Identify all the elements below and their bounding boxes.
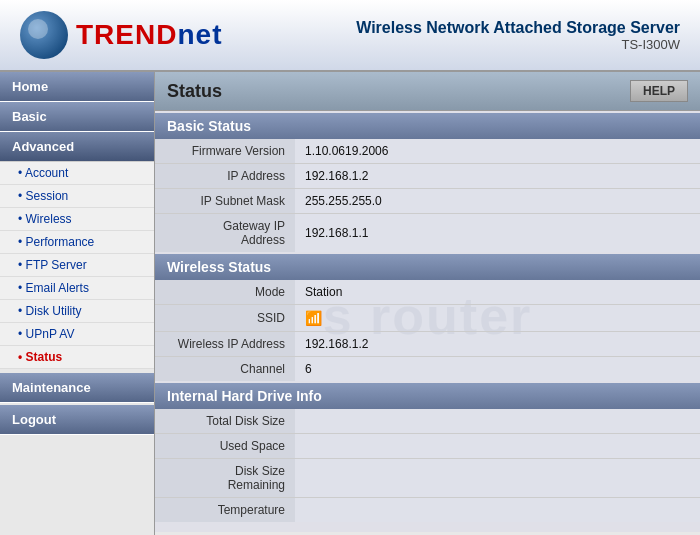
sidebar-item-email-alerts[interactable]: Email Alerts	[0, 277, 154, 300]
label-ip: IP Address	[155, 164, 295, 189]
value-total-disk	[295, 409, 700, 434]
label-disk-remaining: Disk SizeRemaining	[155, 459, 295, 498]
label-gateway: Gateway IPAddress	[155, 214, 295, 253]
label-wireless-ip: Wireless IP Address	[155, 332, 295, 357]
table-row: Wireless IP Address 192.168.1.2	[155, 332, 700, 357]
sidebar-item-status[interactable]: Status	[0, 346, 154, 369]
label-firmware: Firmware Version	[155, 139, 295, 164]
sidebar-item-session[interactable]: Session	[0, 185, 154, 208]
table-row: SSID 📶	[155, 305, 700, 332]
wifi-icon: 📶	[305, 310, 322, 326]
sidebar-item-ftp-server[interactable]: FTP Server	[0, 254, 154, 277]
value-ip: 192.168.1.2	[295, 164, 700, 189]
value-mode: Station	[295, 280, 700, 305]
section-hdd-info: Internal Hard Drive Info	[155, 383, 700, 409]
sidebar-item-disk-utility[interactable]: Disk Utility	[0, 300, 154, 323]
nav-logout[interactable]: Logout	[0, 405, 154, 435]
sidebar-item-account[interactable]: Account	[0, 162, 154, 185]
sidebar-item-performance[interactable]: Performance	[0, 231, 154, 254]
sidebar-item-wireless[interactable]: Wireless	[0, 208, 154, 231]
help-button[interactable]: HELP	[630, 80, 688, 102]
header-title-block: Wireless Network Attached Storage Server…	[356, 19, 680, 52]
table-row: Total Disk Size	[155, 409, 700, 434]
table-row: Channel 6	[155, 357, 700, 382]
label-ssid: SSID	[155, 305, 295, 332]
page-header: TRENDnet Wireless Network Attached Stora…	[0, 0, 700, 72]
table-row: Disk SizeRemaining	[155, 459, 700, 498]
main-layout: Home Basic Advanced Account Session Wire…	[0, 72, 700, 535]
table-row: Gateway IPAddress 192.168.1.1	[155, 214, 700, 253]
nav-maintenance[interactable]: Maintenance	[0, 373, 154, 403]
hdd-info-table: Total Disk Size Used Space Disk SizeRema…	[155, 409, 700, 522]
content-area: Status HELP s router Basic Status Firmwa…	[155, 72, 700, 535]
table-row: IP Subnet Mask 255.255.255.0	[155, 189, 700, 214]
label-used-space: Used Space	[155, 434, 295, 459]
table-row: IP Address 192.168.1.2	[155, 164, 700, 189]
value-used-space	[295, 434, 700, 459]
sidebar-item-upnp-av[interactable]: UPnP AV	[0, 323, 154, 346]
table-row: Temperature	[155, 498, 700, 523]
value-ssid: 📶	[295, 305, 700, 332]
label-temperature: Temperature	[155, 498, 295, 523]
content-body: s router Basic Status Firmware Version 1…	[155, 111, 700, 532]
table-row: Used Space	[155, 434, 700, 459]
logo-text: TRENDnet	[76, 19, 222, 51]
section-wireless-status: Wireless Status	[155, 254, 700, 280]
label-channel: Channel	[155, 357, 295, 382]
nav-basic[interactable]: Basic	[0, 102, 154, 132]
value-channel: 6	[295, 357, 700, 382]
logo-trend: TREND	[76, 19, 177, 50]
sidebar: Home Basic Advanced Account Session Wire…	[0, 72, 155, 535]
device-model: TS-I300W	[356, 37, 680, 52]
value-disk-remaining	[295, 459, 700, 498]
table-row: Firmware Version 1.10.0619.2006	[155, 139, 700, 164]
wireless-status-table: Mode Station SSID 📶 Wireless IP Address …	[155, 280, 700, 381]
value-temperature	[295, 498, 700, 523]
value-wireless-ip: 192.168.1.2	[295, 332, 700, 357]
content-header: Status HELP	[155, 72, 700, 111]
table-row: Mode Station	[155, 280, 700, 305]
value-subnet: 255.255.255.0	[295, 189, 700, 214]
page-title: Status	[167, 81, 222, 102]
nav-advanced-label: Advanced	[0, 132, 154, 162]
label-mode: Mode	[155, 280, 295, 305]
basic-status-table: Firmware Version 1.10.0619.2006 IP Addre…	[155, 139, 700, 252]
value-firmware: 1.10.0619.2006	[295, 139, 700, 164]
label-subnet: IP Subnet Mask	[155, 189, 295, 214]
logo-icon	[20, 11, 68, 59]
device-title: Wireless Network Attached Storage Server	[356, 19, 680, 37]
label-total-disk: Total Disk Size	[155, 409, 295, 434]
section-basic-status: Basic Status	[155, 113, 700, 139]
nav-home[interactable]: Home	[0, 72, 154, 102]
logo: TRENDnet	[20, 11, 222, 59]
logo-net: net	[177, 19, 222, 50]
value-gateway: 192.168.1.1	[295, 214, 700, 253]
